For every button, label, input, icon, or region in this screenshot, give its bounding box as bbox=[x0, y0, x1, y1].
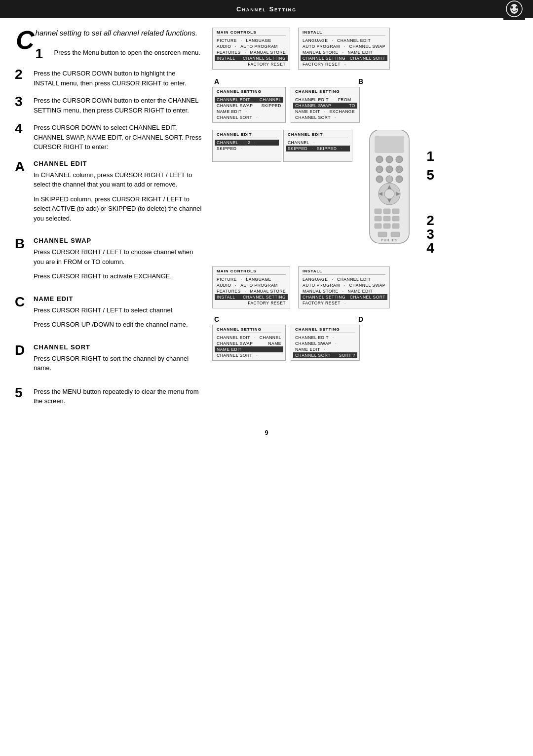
page-title: Channel Setting bbox=[236, 5, 297, 13]
main-controls-title-2: Main Controls bbox=[217, 269, 286, 275]
svg-rect-22 bbox=[375, 209, 381, 214]
install-menu-2: Install LANGUAGE·CHANNEL EDIT AUTO PROGR… bbox=[298, 266, 390, 308]
bottom-menu-group: Main Controls PICTURE·LANGUAGE AUDIO·AUT… bbox=[212, 266, 518, 311]
svg-point-3 bbox=[511, 6, 513, 9]
svg-rect-30 bbox=[392, 224, 399, 228]
svg-point-13 bbox=[376, 176, 383, 183]
channel-edit-remote-group: Channel Edit CHANNEL·2· SKIPPED· Channel… bbox=[212, 130, 518, 260]
install-title-1: Install bbox=[303, 30, 385, 36]
remote-control: PHILIPS 1 5 2 3 4 bbox=[362, 130, 417, 260]
cd-row-label: C D bbox=[212, 315, 365, 323]
svg-rect-24 bbox=[392, 209, 399, 214]
section-B-title: CHANNEL SWAP bbox=[34, 237, 202, 244]
svg-rect-23 bbox=[383, 209, 390, 214]
svg-point-8 bbox=[386, 156, 393, 163]
mc2-row-factory: FACTORY RESET bbox=[217, 300, 286, 306]
svg-rect-25 bbox=[375, 216, 381, 221]
svg-point-2 bbox=[510, 4, 518, 14]
section-C: C NAME EDIT Press CURSOR RIGHT / LEFT to… bbox=[15, 295, 202, 335]
install-menu-1: Install LANGUAGE·CHANNEL EDIT AUTO PROGR… bbox=[298, 28, 390, 70]
main-controls-menu-1: Main Controls PICTURE·LANGUAGE AUDIO·AUT… bbox=[212, 28, 290, 70]
svg-text:PHILIPS: PHILIPS bbox=[381, 238, 398, 242]
section-B: B CHANNEL SWAP Press CURSOR RIGHT / LEFT… bbox=[15, 237, 202, 286]
step-5-text: Press the MENU button repeatedly to clea… bbox=[34, 387, 202, 406]
cs-row-edit-A: CHANNEL EDIT·CHANNEL bbox=[215, 97, 283, 103]
section-D: D CHANNEL SORT Press CURSOR RIGHT to sor… bbox=[15, 343, 202, 378]
cs-row-sort-B: CHANNEL SORT· bbox=[295, 114, 355, 120]
label-B: B bbox=[358, 77, 363, 85]
left-column: C hannel setting to set all channel rela… bbox=[15, 28, 202, 414]
section-B-body: Press CURSOR RIGHT / LEFT to choose chan… bbox=[34, 247, 202, 281]
label-A: A bbox=[214, 77, 219, 85]
menu-row-features: FEATURES·MANUAL STORE bbox=[217, 49, 286, 55]
ce-row-channel-2: CHANNEL· bbox=[288, 140, 348, 146]
inst2-row-auto: AUTO PROGRAM·CHANNEL SWAP bbox=[303, 282, 385, 288]
svg-point-21 bbox=[384, 189, 394, 199]
section-A-body: In CHANNEL column, press CURSOR RIGHT / … bbox=[34, 170, 202, 224]
intro-paragraph: C hannel setting to set all channel rela… bbox=[15, 28, 202, 38]
remote-side-numbers: 1 5 bbox=[426, 150, 434, 182]
channel-edit-left-group: Channel Edit CHANNEL·2· SKIPPED· Channel… bbox=[212, 130, 352, 260]
main-content: C hannel setting to set all channel rela… bbox=[0, 18, 533, 424]
inst2-row-factory: FACTORY RESET· bbox=[303, 300, 385, 306]
channel-setting-menu-B: Channel Setting CHANNEL EDIT·FROM CHANNE… bbox=[291, 87, 360, 123]
philips-logo-icon bbox=[503, 0, 525, 20]
inst2-row-lang: LANGUAGE·CHANNEL EDIT bbox=[303, 276, 385, 282]
ab-row-label: A B bbox=[212, 77, 365, 85]
step-4: 4 Press CURSOR DOWN to select CHANNEL ED… bbox=[15, 123, 202, 152]
svg-rect-26 bbox=[383, 216, 390, 221]
right-column: Main Controls PICTURE·LANGUAGE AUDIO·AUT… bbox=[212, 28, 518, 414]
section-D-title: CHANNEL SORT bbox=[34, 343, 202, 351]
channel-edit-title-2: Channel Edit bbox=[288, 132, 348, 138]
step-1: 1 Press the Menu button to open the onsc… bbox=[36, 48, 202, 61]
cs-row-swap-D: CHANNEL SWAP· bbox=[295, 340, 355, 346]
menu-row-install-1: INSTALLCHANNEL SETTING bbox=[215, 55, 288, 61]
channel-edit-menu-1: Channel Edit CHANNEL·2· SKIPPED· bbox=[212, 130, 281, 162]
ce-row-skipped-1: SKIPPED· bbox=[217, 146, 277, 151]
cs-row-edit-B: CHANNEL EDIT·FROM bbox=[295, 97, 355, 103]
svg-rect-31 bbox=[378, 232, 387, 237]
channel-setting-menu-D: Channel Setting CHANNEL EDIT· CHANNEL SW… bbox=[291, 325, 360, 361]
step-1-text: Press the Menu button to open the onscre… bbox=[54, 48, 200, 58]
mc2-row-picture: PICTURE·LANGUAGE bbox=[217, 276, 286, 282]
cs-row-swap-A: CHANNEL SWAPSKIPPED bbox=[217, 103, 281, 109]
svg-rect-6 bbox=[375, 136, 404, 153]
remote-side-numbers-2: 2 3 4 bbox=[426, 214, 434, 255]
remote-num-5: 5 bbox=[426, 168, 434, 182]
step-3: 3 Press the CURSOR DOWN button to enter … bbox=[15, 96, 202, 115]
page-number: 9 bbox=[0, 424, 533, 444]
step-1-number: 1 bbox=[36, 47, 47, 61]
channel-setting-menu-A: Channel Setting CHANNEL EDIT·CHANNEL CHA… bbox=[212, 87, 286, 123]
step-2: 2 Press the CURSOR DOWN button to highli… bbox=[15, 69, 202, 88]
install-row-manual: MANUAL STORE·NAME EDIT bbox=[303, 49, 385, 55]
svg-point-4 bbox=[516, 6, 518, 9]
section-A-para-1: In CHANNEL column, press CURSOR RIGHT / … bbox=[34, 170, 202, 189]
svg-rect-29 bbox=[383, 224, 390, 228]
remote-svg: PHILIPS bbox=[362, 130, 417, 258]
section-B-para-2: Press CURSOR RIGHT to activate EXCHANGE. bbox=[34, 271, 202, 281]
section-D-body: Press CURSOR RIGHT to sort the channel b… bbox=[34, 354, 202, 373]
remote-num-2: 2 bbox=[426, 214, 434, 227]
section-A-para-2: In SKIPPED column, press CURSOR RIGHT / … bbox=[34, 194, 202, 224]
remote-num-3: 3 bbox=[426, 227, 434, 241]
ce-row-channel-1: CHANNEL·2· bbox=[215, 140, 279, 146]
intro-text: hannel setting to set all channel relate… bbox=[36, 29, 198, 37]
cs-row-name-D: NAME EDIT· bbox=[295, 346, 355, 352]
svg-rect-28 bbox=[375, 224, 381, 228]
svg-point-10 bbox=[376, 166, 383, 173]
section-A-content: CHANNEL EDIT In CHANNEL column, press CU… bbox=[34, 160, 202, 228]
section-B-para-1: Press CURSOR RIGHT / LEFT to choose chan… bbox=[34, 247, 202, 266]
install-row-factory: FACTORY RESET· bbox=[303, 61, 385, 67]
cs-row-edit-D: CHANNEL EDIT· bbox=[295, 335, 355, 340]
label-D: D bbox=[358, 315, 363, 323]
section-D-letter: D bbox=[15, 343, 27, 357]
cs-row-name-C: NAME EDIT bbox=[215, 346, 283, 352]
install-row-language: LANGUAGE·CHANNEL EDIT bbox=[303, 38, 385, 43]
svg-point-15 bbox=[396, 176, 403, 183]
cs-row-sort-C: CHANNEL SORT· bbox=[217, 352, 281, 358]
menu-row-factory-reset-1: FACTORY RESET bbox=[217, 61, 286, 67]
section-C-body: Press CURSOR RIGHT / LEFT to select chan… bbox=[34, 305, 188, 330]
svg-point-7 bbox=[376, 156, 383, 163]
step-3-number: 3 bbox=[15, 95, 27, 109]
cs-row-swap-B: CHANNEL SWAPTO bbox=[293, 103, 357, 109]
